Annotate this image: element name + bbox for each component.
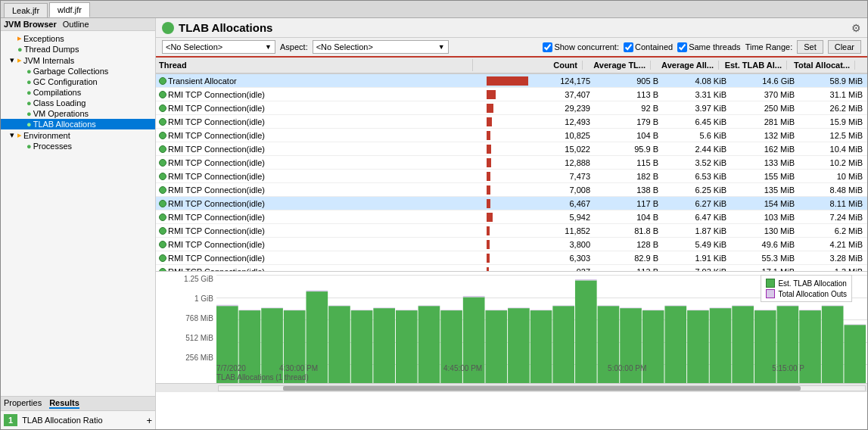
row-totalalloc: 6.2 MiB bbox=[799, 226, 867, 235]
same-threads-text: Same threads bbox=[689, 42, 740, 51]
thread-circle-icon bbox=[159, 118, 166, 126]
table-row[interactable]: RMI TCP Connection(idle) 6,467 117 B 6.2… bbox=[156, 197, 867, 210]
table-row[interactable]: RMI TCP Connection(idle) 7,008 138 B 6.2… bbox=[156, 183, 867, 197]
sidebar-item-garbage-collections[interactable]: ● Garbage Collections bbox=[1, 66, 155, 76]
same-threads-label[interactable]: Same threads bbox=[677, 42, 740, 52]
svg-rect-15 bbox=[373, 307, 395, 308]
row-avgall: 6.53 KiB bbox=[663, 172, 731, 181]
table-row[interactable]: RMI TCP Connection(idle) 10,825 104 B 5.… bbox=[156, 129, 867, 142]
results-tab[interactable]: Results bbox=[49, 398, 79, 409]
settings-icon[interactable]: ⚙ bbox=[851, 22, 861, 34]
y-label-5: 1.25 GiB bbox=[184, 275, 213, 283]
sidebar-item-tlab-allocations[interactable]: ● TLAB Allocations bbox=[1, 119, 155, 129]
table-row[interactable]: RMI TCP Connection(idle) 29,239 92 B 3.9… bbox=[156, 101, 867, 115]
thread-name: RMI TCP Connection(idle) bbox=[168, 145, 265, 154]
sidebar-item-processes[interactable]: ● Processes bbox=[1, 141, 155, 151]
bar-visual bbox=[487, 117, 492, 126]
row-count: 29,239 bbox=[538, 104, 595, 113]
tab-wldf-jfr[interactable]: wldf.jfr bbox=[49, 2, 90, 17]
table-row[interactable]: Transient Allocator 124,175 905 B 4.08 K… bbox=[156, 74, 867, 88]
svg-rect-51 bbox=[777, 305, 799, 306]
row-esttlab: 154 MiB bbox=[731, 199, 799, 208]
table-row[interactable]: RMI TCP Connection(idle) 5,942 104 B 6.4… bbox=[156, 210, 867, 224]
sidebar-item-thread-dumps[interactable]: ● Thread Dumps bbox=[1, 44, 155, 55]
sidebar: JVM Browser Outline ▸ Exceptions ● Threa… bbox=[1, 18, 156, 429]
bar-visual bbox=[487, 240, 490, 249]
svg-rect-29 bbox=[530, 310, 552, 310]
contained-checkbox[interactable] bbox=[624, 42, 633, 52]
row-avgtl: 82.9 B bbox=[595, 254, 663, 263]
table-row[interactable]: RMI TCP Connection(idle) 15,022 95.9 B 2… bbox=[156, 142, 867, 156]
col-header-thread[interactable]: Thread bbox=[156, 59, 473, 71]
table-row[interactable]: RMI TCP Connection(idle) 7,473 182 B 6.5… bbox=[156, 170, 867, 183]
table-row[interactable]: RMI TCP Connection(idle) 12,888 115 B 3.… bbox=[156, 156, 867, 170]
sidebar-item-exceptions[interactable]: ▸ Exceptions bbox=[1, 33, 155, 44]
add-icon[interactable]: + bbox=[146, 415, 152, 426]
row-count: 12,888 bbox=[538, 158, 595, 167]
col-header-count[interactable]: Count bbox=[526, 61, 583, 70]
table-row[interactable]: RMI TCP Connection(idle) 927 113 B 7.93 … bbox=[156, 265, 867, 271]
row-avgall: 6.25 KiB bbox=[663, 185, 731, 195]
table-row[interactable]: RMI TCP Connection(idle) 11,852 81.8 B 1… bbox=[156, 224, 867, 238]
table-row[interactable]: RMI TCP Connection(idle) 12,493 179 B 6.… bbox=[156, 115, 867, 129]
sidebar-item-vm-operations[interactable]: ● VM Operations bbox=[1, 108, 155, 119]
same-threads-checkbox[interactable] bbox=[677, 42, 687, 52]
scrollbar-thumb[interactable] bbox=[283, 386, 800, 391]
row-avgall: 3.97 KiB bbox=[663, 104, 731, 113]
row-avgall: 1.91 KiB bbox=[663, 254, 731, 263]
chart-legend: Est. TLAB Allocation Total Allocation Ou… bbox=[761, 275, 852, 302]
contained-label[interactable]: Contained bbox=[624, 42, 673, 52]
thread-circle-icon bbox=[159, 91, 166, 98]
thread-select[interactable]: <No Selection> ▼ bbox=[162, 40, 275, 54]
chart-main: 4:30:00 PM 4:45:00 PM 5:00:00 PM 5:15:00… bbox=[216, 272, 867, 383]
col-header-avgall[interactable]: Average All... bbox=[651, 61, 719, 70]
row-count: 6,303 bbox=[538, 254, 595, 263]
sidebar-item-class-loading[interactable]: ● Class Loading bbox=[1, 98, 155, 108]
col-header-totalalloc[interactable]: Total Allocat... bbox=[787, 61, 855, 70]
thread-circle-icon bbox=[159, 186, 166, 194]
thread-name: RMI TCP Connection(idle) bbox=[168, 240, 265, 249]
clear-button[interactable]: Clear bbox=[828, 40, 861, 54]
set-button[interactable]: Set bbox=[797, 40, 823, 54]
chart-scrollbar[interactable] bbox=[156, 383, 867, 392]
svg-rect-1 bbox=[216, 305, 238, 306]
x-label-4: 5:15:00 P bbox=[772, 364, 804, 372]
chart-x-labels: 4:30:00 PM 4:45:00 PM 5:00:00 PM 5:15:00… bbox=[216, 364, 867, 372]
sidebar-tab-jvm-browser[interactable]: JVM Browser bbox=[4, 20, 57, 29]
table-and-chart: Thread Count Average TL... Average All..… bbox=[156, 58, 867, 429]
row-bar bbox=[485, 238, 538, 251]
thread-circle-icon bbox=[159, 241, 166, 248]
sidebar-item-label: GC Configuration bbox=[33, 77, 98, 86]
x-label-2: 4:45:00 PM bbox=[443, 364, 482, 372]
show-concurrent-checkbox[interactable] bbox=[543, 42, 552, 52]
col-header-avgtl[interactable]: Average TL... bbox=[583, 61, 651, 70]
aspect-select[interactable]: <No Selection> ▼ bbox=[313, 40, 449, 54]
sidebar-item-jvm-internals[interactable]: ▾ ▸ JVM Internals bbox=[1, 55, 155, 66]
legend-label-purple: Total Allocation Outs bbox=[778, 290, 847, 298]
node-icon: ▸ bbox=[17, 33, 22, 43]
sidebar-item-compilations[interactable]: ● Compilations bbox=[1, 87, 155, 98]
row-thread: Transient Allocator bbox=[156, 76, 485, 86]
thread-icon: ● bbox=[17, 45, 23, 54]
row-esttlab: 132 MiB bbox=[731, 131, 799, 140]
sidebar-tab-outline[interactable]: Outline bbox=[63, 20, 89, 29]
tab-leak-jfr[interactable]: Leak.jfr bbox=[4, 3, 48, 17]
table-row[interactable]: RMI TCP Connection(idle) 3,800 128 B 5.4… bbox=[156, 238, 867, 251]
col-header-esttlab[interactable]: Est. TLAB Al... bbox=[719, 61, 787, 70]
table-row[interactable]: RMI TCP Connection(idle) 6,303 82.9 B 1.… bbox=[156, 251, 867, 265]
properties-tab[interactable]: Properties bbox=[4, 398, 42, 409]
sidebar-item-gc-configuration[interactable]: ● GC Configuration bbox=[1, 76, 155, 87]
thread-name: RMI TCP Connection(idle) bbox=[168, 254, 265, 263]
chart-area: 1.25 GiB 1 GiB 768 MiB 512 MiB 256 MiB bbox=[156, 271, 867, 392]
sidebar-item-label: Garbage Collections bbox=[33, 67, 109, 76]
leaf-icon5: ● bbox=[26, 109, 32, 118]
sidebar-item-label: Class Loading bbox=[33, 98, 86, 108]
show-concurrent-label[interactable]: Show concurrent: bbox=[543, 42, 619, 52]
content-title-row: TLAB Allocations ⚙ bbox=[156, 18, 867, 38]
tab-leak-label: Leak.jfr bbox=[12, 6, 39, 15]
sidebar-item-environment[interactable]: ▾ ▸ Environment bbox=[1, 129, 155, 141]
table-row[interactable]: RMI TCP Connection(idle) 37,407 113 B 3.… bbox=[156, 88, 867, 101]
sidebar-header-tabs: JVM Browser Outline bbox=[1, 18, 155, 31]
row-thread: RMI TCP Connection(idle) bbox=[156, 226, 485, 236]
thread-circle-icon bbox=[159, 104, 166, 112]
